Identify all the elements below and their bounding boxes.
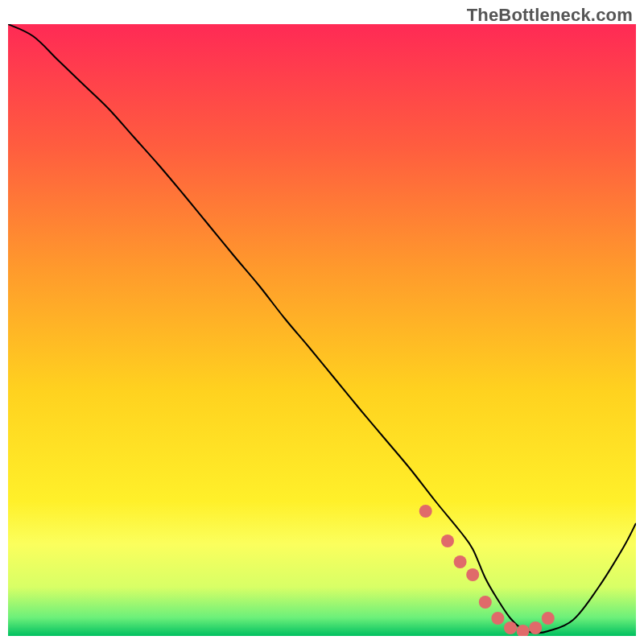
marker-dot	[504, 621, 517, 634]
marker-dot	[454, 555, 467, 568]
watermark-text: TheBottleneck.com	[467, 5, 633, 26]
marker-dot	[529, 621, 542, 634]
gradient-background	[8, 24, 636, 636]
marker-dot	[542, 612, 555, 625]
chart-container: TheBottleneck.com	[0, 0, 644, 644]
plot-area	[8, 24, 636, 636]
marker-dot	[491, 612, 504, 625]
marker-dot	[466, 568, 479, 581]
marker-dot	[441, 535, 454, 547]
chart-svg	[8, 24, 636, 636]
marker-dot	[419, 505, 432, 518]
marker-dot	[479, 596, 492, 609]
